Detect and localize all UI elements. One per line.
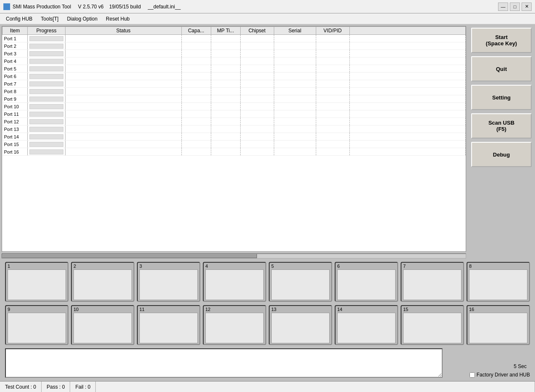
mp-cell	[211, 110, 240, 118]
status-cell	[66, 148, 182, 156]
serial-cell	[274, 141, 316, 148]
port-panel: 5	[269, 262, 332, 302]
progress-cell	[28, 65, 66, 73]
serial-cell	[274, 133, 316, 141]
status-cell	[66, 141, 182, 148]
col-extra	[349, 27, 466, 35]
mp-cell	[211, 88, 240, 95]
progress-cell	[28, 141, 66, 148]
vid-pid-cell	[316, 80, 349, 88]
port-label: Port 4	[3, 57, 28, 65]
status-cell	[66, 125, 182, 133]
serial-cell	[274, 125, 316, 133]
title-bar: SMI Mass Production Tool V 2.5.70 v6 19/…	[0, 0, 535, 13]
status-bar: Test Count : 0 Pass : 0 Fail : 0	[0, 381, 535, 392]
sidebar: Start(Space Key) Quit Setting Scan USB(F…	[468, 24, 535, 259]
close-button[interactable]: ✕	[522, 3, 532, 11]
table-row: Port 12	[3, 118, 466, 125]
factory-driver-checkbox[interactable]	[469, 372, 475, 378]
setting-button[interactable]: Setting	[471, 85, 532, 110]
port-panel-display	[271, 269, 330, 300]
extra-cell	[349, 148, 466, 156]
port-panel-display	[8, 313, 66, 343]
start-button[interactable]: Start(Space Key)	[471, 28, 532, 53]
col-status: Status	[66, 27, 182, 35]
vid-pid-cell	[316, 42, 349, 50]
log-area[interactable]	[5, 348, 443, 378]
capa-cell	[181, 133, 211, 141]
progress-cell	[28, 118, 66, 125]
capa-cell	[181, 110, 211, 118]
port-panel-number: 16	[469, 307, 474, 312]
status-cell	[66, 118, 182, 125]
chipset-cell	[240, 118, 274, 125]
status-cell	[66, 42, 182, 50]
status-cell	[66, 73, 182, 80]
table-row: Port 16	[3, 148, 466, 156]
table-row: Port 1	[3, 35, 466, 42]
port-label: Port 9	[3, 95, 28, 103]
extra-cell	[349, 110, 466, 118]
minimize-button[interactable]: —	[498, 3, 508, 11]
mp-cell	[211, 125, 240, 133]
port-panel-display	[469, 313, 527, 343]
extra-cell	[349, 42, 466, 50]
extra-cell	[349, 133, 466, 141]
chipset-cell	[240, 35, 274, 42]
menu-tools[interactable]: Tools[T]	[37, 15, 63, 23]
table-row: Port 15	[3, 141, 466, 148]
port-panel-display	[337, 269, 396, 300]
serial-cell	[274, 73, 316, 80]
extra-cell	[349, 50, 466, 57]
capa-cell	[181, 118, 211, 125]
status-cell	[66, 88, 182, 95]
factory-driver-label: Factory Driver and HUB	[477, 372, 530, 378]
port-panel: 14	[335, 305, 398, 345]
chipset-cell	[240, 65, 274, 73]
port-panel-number: 14	[337, 307, 342, 312]
extra-cell	[349, 125, 466, 133]
port-label: Port 8	[3, 88, 28, 95]
port-table[interactable]: Item Progress Status Capa... MP Ti... Ch…	[2, 26, 466, 252]
port-panel: 16	[467, 305, 530, 345]
app-title: SMI Mass Production Tool	[13, 4, 71, 10]
progress-cell	[28, 148, 66, 156]
chipset-cell	[240, 110, 274, 118]
menu-config-hub[interactable]: Config HUB	[2, 15, 37, 23]
menu-dialog-option[interactable]: Dialog Option	[63, 15, 102, 23]
extra-cell	[349, 88, 466, 95]
capa-cell	[181, 65, 211, 73]
status-cell	[66, 103, 182, 110]
menu-reset-hub[interactable]: Reset Hub	[102, 15, 134, 23]
col-mp-time: MP Ti...	[211, 27, 240, 35]
table-row: Port 13	[3, 125, 466, 133]
mp-cell	[211, 65, 240, 73]
port-label: Port 1	[3, 35, 28, 42]
port-panel: 8	[467, 262, 530, 302]
horizontal-scrollbar[interactable]	[2, 253, 466, 259]
maximize-button[interactable]: □	[510, 3, 520, 11]
chipset-cell	[240, 141, 274, 148]
quit-button[interactable]: Quit	[471, 56, 532, 81]
vid-pid-cell	[316, 133, 349, 141]
scan-usb-button[interactable]: Scan USB(F5)	[471, 113, 532, 139]
debug-button[interactable]: Debug	[471, 142, 532, 167]
mp-cell	[211, 95, 240, 103]
col-progress: Progress	[28, 27, 66, 35]
mp-cell	[211, 57, 240, 65]
port-panel: 6	[335, 262, 398, 302]
port-panel: 11	[137, 305, 200, 345]
port-label: Port 6	[3, 73, 28, 80]
port-panel-number: 11	[139, 307, 144, 312]
serial-cell	[274, 65, 316, 73]
capa-cell	[181, 88, 211, 95]
serial-cell	[274, 50, 316, 57]
port-panels-row2: 910111213141516	[2, 303, 533, 347]
scrollbar-thumb	[2, 254, 257, 258]
factory-row: Factory Driver and HUB	[469, 372, 530, 378]
capa-cell	[181, 148, 211, 156]
mp-cell	[211, 148, 240, 156]
chipset-cell	[240, 42, 274, 50]
extra-cell	[349, 141, 466, 148]
vid-pid-cell	[316, 103, 349, 110]
